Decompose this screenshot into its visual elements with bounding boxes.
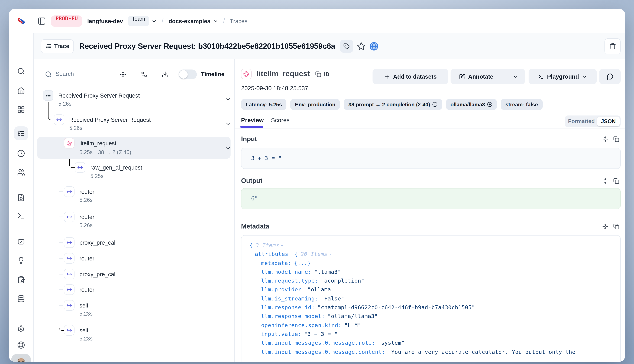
tree-row[interactable]: proxy_pre_call [79, 239, 117, 246]
info-icon[interactable] [432, 102, 438, 107]
json-line: llm.response.model:"ollama/llama3" [250, 312, 575, 321]
copy-id-icon[interactable] [315, 71, 321, 77]
tab-rule [235, 128, 625, 128]
annotate-button[interactable]: Annotate [451, 69, 525, 84]
chevron-down-icon [582, 74, 587, 79]
sidebar-item-playground[interactable] [17, 212, 25, 220]
sidebar-item-search[interactable] [17, 68, 25, 75]
circle-plus-icon[interactable] [487, 102, 492, 107]
tree-row[interactable]: self [79, 302, 88, 309]
add-to-datasets-label: Add to datasets [393, 73, 437, 80]
tree-row[interactable]: raw_gen_ai_request [90, 164, 142, 171]
output-section-label: Output [241, 177, 262, 185]
tree-connector [59, 305, 63, 306]
json-line[interactable]: {3 Items [250, 241, 575, 250]
sidebar-item-support[interactable] [17, 341, 25, 349]
timeline-toggle[interactable] [178, 70, 197, 79]
span-node-icon [64, 212, 75, 222]
model-badge[interactable]: ollama/llama3 [446, 99, 497, 110]
sidebar-item-scores[interactable] [17, 238, 25, 246]
breadcrumb-section[interactable]: Traces [230, 18, 248, 24]
json-line: llm.provider:"ollama" [250, 286, 575, 294]
sidebar-item-dashboards[interactable] [17, 106, 25, 114]
tab-preview[interactable]: Preview [241, 117, 264, 124]
tree-row[interactable]: litellm_request [79, 139, 116, 147]
span-node-icon [64, 300, 75, 311]
copy-icon[interactable] [613, 136, 619, 142]
tree-connector [59, 216, 63, 217]
view-formatted-option[interactable]: Formatted [566, 118, 597, 124]
playground-button[interactable]: Playground [529, 69, 597, 84]
breadcrumb-separator: / [223, 17, 225, 25]
stream-badge: stream: false [501, 99, 542, 110]
user-avatar[interactable] [11, 354, 31, 362]
search-icon [45, 71, 52, 78]
collapse-section-icon[interactable] [602, 224, 608, 230]
chevron-down-icon[interactable] [225, 145, 231, 151]
tree-row[interactable]: proxy_pre_call [79, 270, 117, 278]
app-logo-knot-icon [16, 16, 26, 26]
copy-icon[interactable] [613, 224, 619, 230]
tree-row[interactable]: Received Proxy Server Request [69, 116, 151, 124]
sidebar-toggle-icon[interactable] [38, 17, 46, 25]
chevron-down-icon[interactable] [225, 96, 231, 102]
tree-row[interactable]: router [79, 254, 94, 262]
tree-settings-icon[interactable] [141, 71, 148, 78]
sidebar-item-tracing[interactable] [17, 130, 25, 137]
collapse-section-icon[interactable] [602, 136, 608, 142]
view-json-option[interactable]: JSON [597, 116, 619, 126]
id-label[interactable]: ID [324, 71, 329, 78]
tree-row[interactable]: router [79, 188, 94, 196]
json-line[interactable]: attributes:{20 Items [250, 250, 575, 259]
annotate-label: Annotate [468, 73, 493, 80]
trace-badge-label: Trace [54, 43, 69, 50]
sidebar-item-sessions[interactable] [17, 150, 25, 157]
chevron-down-icon [513, 74, 518, 79]
sidebar-item-datasets[interactable] [17, 295, 25, 302]
tree-connector [59, 242, 63, 243]
collapse-section-icon[interactable] [602, 178, 608, 184]
download-icon[interactable] [162, 71, 169, 78]
delete-trace-button[interactable] [604, 38, 621, 54]
annotate-main[interactable]: Annotate [451, 69, 502, 84]
add-to-datasets-button[interactable]: Add to datasets [372, 69, 448, 84]
active-tab-underline [240, 126, 263, 128]
collapse-all-icon[interactable] [119, 71, 126, 78]
sidebar-item-annotation[interactable] [17, 276, 25, 284]
env-badge: Env: production [290, 99, 340, 110]
annotate-dropdown[interactable] [505, 69, 525, 84]
tree-connector [59, 258, 63, 258]
tree-row[interactable]: router [79, 286, 94, 294]
public-globe-button[interactable] [369, 42, 378, 51]
json-line[interactable]: metadata:{...} [250, 259, 575, 268]
view-mode-toggle[interactable]: Formatted JSON [565, 116, 621, 128]
tag-icon [343, 43, 350, 49]
sidebar-item-settings[interactable] [17, 325, 25, 333]
span-node-icon [75, 162, 85, 173]
breadcrumb-separator: / [162, 17, 164, 25]
org-name[interactable]: langfuse-dev [87, 18, 123, 24]
chevron-down-icon[interactable] [225, 121, 231, 127]
tree-row[interactable]: self [79, 326, 88, 334]
sidebar-item-users[interactable] [17, 168, 25, 176]
environment-badge[interactable]: PROD-EU [51, 16, 82, 27]
comments-button[interactable] [599, 69, 621, 84]
tree-row-duration: 5.26s [58, 100, 72, 108]
copy-icon[interactable] [613, 178, 619, 184]
org-role-group[interactable]: Team [128, 16, 157, 26]
tree-row-duration: 5.23s [79, 335, 93, 342]
project-group[interactable]: docs-examples [168, 18, 218, 24]
tag-button[interactable] [340, 40, 353, 53]
search-input[interactable]: Search [56, 70, 74, 77]
tab-scores[interactable]: Scores [271, 117, 290, 124]
favorite-star-button[interactable] [357, 42, 365, 50]
sidebar-item-evals[interactable] [17, 256, 25, 264]
input-value: "3 + 3 = " [248, 155, 282, 162]
tree-row[interactable]: router [79, 213, 94, 221]
sidebar-item-home[interactable] [17, 87, 25, 95]
input-value-box: "3 + 3 = " [241, 148, 621, 169]
terminal-icon [538, 74, 544, 80]
sidebar-item-prompts[interactable] [17, 194, 25, 202]
tree-row[interactable]: Received Proxy Server Request [58, 92, 140, 99]
span-node-icon [64, 253, 75, 264]
